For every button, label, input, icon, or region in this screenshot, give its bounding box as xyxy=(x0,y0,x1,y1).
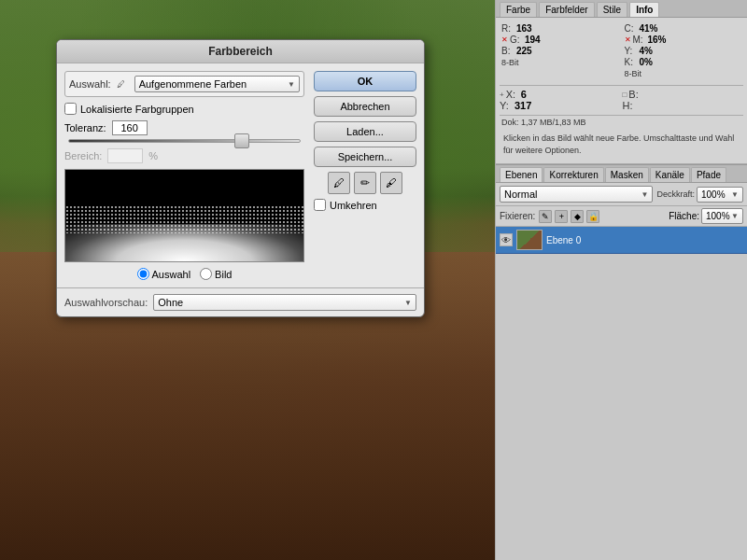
bereich-pct: % xyxy=(148,150,158,161)
top-tabs: Farbe Farbfelder Stile Info xyxy=(496,0,747,18)
tool-icons-row: 🖊 ✏ 🖋 xyxy=(314,172,416,194)
vorschau-arrow: ▼ xyxy=(404,299,412,307)
tab-korrekturen[interactable]: Korrekturen xyxy=(543,167,603,182)
lokalisierte-checkbox-row: Lokalisierte Farbgruppen xyxy=(64,103,304,115)
opacity-value: 100% xyxy=(701,189,726,200)
fix-icons: ✎ + ◆ 🔒 xyxy=(539,210,665,223)
auswahl-label: Auswahl: xyxy=(69,78,111,90)
k-label: K: xyxy=(625,57,638,67)
area-arrow: ▼ xyxy=(731,212,739,220)
tab-ebenen[interactable]: Ebenen xyxy=(500,167,543,182)
m-label: M: xyxy=(633,35,646,45)
y-coord-label: Y: xyxy=(500,100,513,111)
m-value: 16% xyxy=(648,35,667,45)
laden-button[interactable]: Laden... xyxy=(314,121,416,142)
toleranz-slider-thumb[interactable] xyxy=(234,133,249,148)
opacity-arrow: ▼ xyxy=(731,190,739,199)
doc-info: Dok: 1,37 MB/1,83 MB xyxy=(500,115,743,129)
x-value: 6 xyxy=(521,89,527,100)
dialog-left: Auswahl: 🖊 Aufgenommene Farben ▼ Lokalis… xyxy=(64,71,304,280)
abbrechen-button[interactable]: Abbrechen xyxy=(314,96,416,117)
help-text: Klicken in das Bild wählt neue Farbe. Um… xyxy=(500,129,743,160)
vorschau-value: Ohne xyxy=(158,297,183,308)
layer-item-0[interactable]: 👁 Ebene 0 xyxy=(496,227,747,254)
cmyk-section: C: 41% ✕ M: 16% Y: 4% K: 0% 8-Bit xyxy=(623,21,744,82)
rgb-section: R: 163 ✕ G: 194 B: 225 8-Bit xyxy=(500,21,621,82)
fix-label: Fixieren: xyxy=(500,211,535,221)
tab-pfade[interactable]: Pfade xyxy=(691,167,726,182)
tab-kanaele[interactable]: Kanäle xyxy=(650,167,690,182)
g-label: G: xyxy=(510,35,523,45)
farbbereich-dialog: Farbbereich Auswahl: 🖊 Aufgenommene Farb… xyxy=(56,39,425,317)
layers-section: Ebenen Korrekturen Masken Kanäle Pfade N… xyxy=(496,164,747,560)
layers-controls: Normal ▼ Deckkraft: 100% ▼ xyxy=(496,183,747,206)
bereich-input[interactable] xyxy=(107,148,143,163)
vorschau-label: Auswahlvorschau: xyxy=(64,297,148,308)
tab-masken[interactable]: Masken xyxy=(605,167,649,182)
fix-row: Fixieren: ✎ + ◆ 🔒 Fläche: 100% ▼ xyxy=(496,206,747,227)
b-value: 225 xyxy=(516,46,532,56)
blend-mode-select[interactable]: Normal ▼ xyxy=(500,186,653,203)
umkehren-label: Umkehren xyxy=(330,200,377,211)
auswahl-row: Auswahl: 🖊 Aufgenommene Farben ▼ xyxy=(64,71,304,97)
y-label: Y: xyxy=(625,46,638,56)
y-coord-value: 317 xyxy=(514,100,531,111)
ok-button[interactable]: OK xyxy=(314,71,416,91)
dialog-body: Auswahl: 🖊 Aufgenommene Farben ▼ Lokalis… xyxy=(57,63,424,287)
fix-icon-draw[interactable]: ✎ xyxy=(539,210,552,223)
vorschau-select[interactable]: Ohne ▼ xyxy=(153,294,416,311)
lokalisierte-label: Lokalisierte Farbgruppen xyxy=(80,104,194,115)
lokalisierte-checkbox[interactable] xyxy=(64,103,77,115)
auswahl-select[interactable]: Aufgenommene Farben ▼ xyxy=(134,76,300,92)
c-value: 41% xyxy=(640,23,658,34)
radio-auswahl[interactable]: Auswahl xyxy=(137,268,191,280)
area-select[interactable]: 100% ▼ xyxy=(701,208,743,224)
eyedropper-minus-icon[interactable]: ✏ xyxy=(354,172,376,194)
area-control: Fläche: 100% ▼ xyxy=(669,208,743,224)
radio-auswahl-input[interactable] xyxy=(137,268,149,280)
x-label: X: xyxy=(506,89,519,100)
eyedropper-sample-icon[interactable]: 🖋 xyxy=(380,172,402,194)
fix-icon-lock[interactable]: 🔒 xyxy=(586,210,599,223)
layer-thumbnail xyxy=(516,230,543,250)
layers-tabs: Ebenen Korrekturen Masken Kanäle Pfade xyxy=(496,165,747,183)
toleranz-row: Toleranz: xyxy=(64,120,304,135)
opacity-label: Deckkraft: xyxy=(656,189,695,199)
g-value: 194 xyxy=(525,35,541,45)
tab-farbe[interactable]: Farbe xyxy=(500,2,537,17)
y-value: 4% xyxy=(640,46,653,56)
slider-row xyxy=(64,139,304,143)
fix-icon-all[interactable]: ◆ xyxy=(571,210,584,223)
preview-white-area xyxy=(65,224,303,261)
opacity-select[interactable]: 100% ▼ xyxy=(697,187,743,203)
tab-info[interactable]: Info xyxy=(629,2,659,17)
speichern-button[interactable]: Speichern... xyxy=(314,147,416,167)
umkehren-row: Umkehren xyxy=(314,199,416,211)
toleranz-slider-track[interactable] xyxy=(68,139,301,143)
auswahl-arrow: ▼ xyxy=(288,80,295,89)
vorschau-row: Auswahlvorschau: Ohne ▼ xyxy=(57,287,424,316)
radio-bild-input[interactable] xyxy=(200,268,212,280)
b-coord-label: B: xyxy=(628,89,641,100)
info-coords: + X: 6 Y: 317 □ B: H: xyxy=(500,89,743,111)
radio-row: Auswahl Bild xyxy=(64,268,304,280)
layer-visibility-toggle[interactable]: 👁 xyxy=(500,233,513,246)
preview-canvas xyxy=(64,169,304,262)
b-label: B: xyxy=(501,46,514,56)
radio-bild-label: Bild xyxy=(215,269,232,280)
eyedropper-add-icon[interactable]: 🖊 xyxy=(328,172,350,194)
toleranz-input[interactable] xyxy=(112,120,148,135)
radio-bild[interactable]: Bild xyxy=(200,268,232,280)
bereich-row: Bereich: % xyxy=(64,148,304,163)
tab-stile[interactable]: Stile xyxy=(597,2,627,17)
h-coord-label: H: xyxy=(623,100,636,111)
fix-icon-move[interactable]: + xyxy=(555,210,568,223)
umkehren-checkbox[interactable] xyxy=(314,199,326,211)
r-value: 163 xyxy=(516,23,532,34)
tab-farbfelder[interactable]: Farbfelder xyxy=(539,2,595,17)
bit-left: 8-Bit xyxy=(501,58,619,67)
dialog-right: OK Abbrechen Laden... Speichern... 🖊 ✏ 🖋… xyxy=(314,71,416,280)
toleranz-label: Toleranz: xyxy=(64,122,106,133)
info-panel: R: 163 ✕ G: 194 B: 225 8-Bit C: 41% xyxy=(496,18,747,164)
dialog-title: Farbbereich xyxy=(57,40,424,63)
